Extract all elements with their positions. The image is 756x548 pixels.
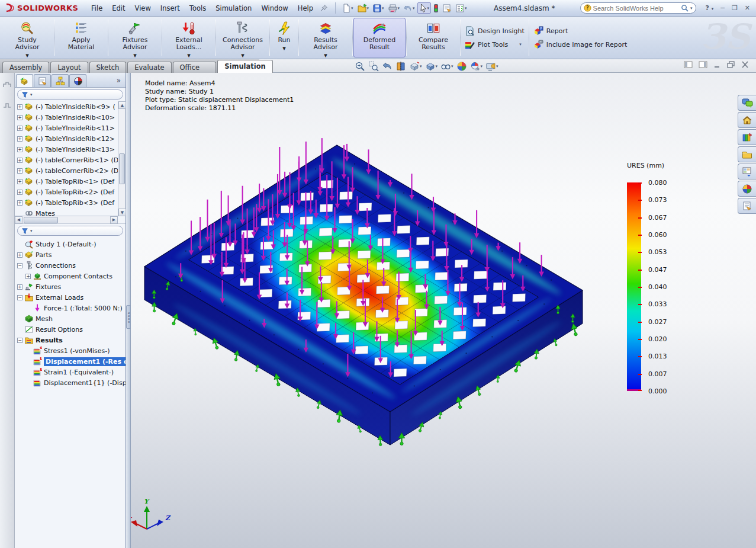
task-pane-custom-properties[interactable] (738, 198, 756, 214)
scroll-thumb[interactable] (119, 153, 125, 184)
ribbon-button-run[interactable]: Run▾ (271, 18, 298, 57)
feature-tree-item[interactable]: Mates (15, 208, 118, 216)
minimize-document-button[interactable] (713, 61, 721, 70)
search-input[interactable] (593, 5, 679, 12)
study-tree-item[interactable]: Displacement1{1} (-Disp (15, 377, 126, 388)
filter-caret[interactable]: ▾ (30, 92, 33, 97)
section-view-button[interactable] (395, 61, 407, 72)
feature-tree-item[interactable]: +(-) TableTopRib<1> (Def (15, 176, 118, 187)
tree-expander[interactable]: + (17, 200, 22, 206)
tree-expander[interactable]: − (17, 338, 22, 343)
tab-evaluate[interactable]: Evaluate (127, 62, 171, 73)
zoom-fit-button[interactable] (354, 61, 366, 72)
scroll-down-button[interactable]: ▼ (118, 209, 126, 216)
ribbon-button-report[interactable]: PReport (533, 26, 628, 36)
task-pane-appearances-scenes[interactable] (738, 181, 756, 197)
task-pane-view-palette[interactable] (738, 164, 756, 180)
study-tree-item[interactable]: +Component Contacts (15, 271, 126, 281)
scroll-right-button[interactable]: ▶ (110, 216, 118, 224)
tree-expander[interactable]: − (17, 263, 22, 268)
menu-simulation[interactable]: Simulation (211, 1, 256, 16)
feature-tree-item[interactable]: +(-) TableYInsideRib<11> (15, 123, 118, 133)
ribbon-button-study-advisor[interactable]: Study Advisor▾ (1, 18, 53, 57)
feature-tree-horizontal-scrollbar[interactable]: ◀ ▶ (15, 216, 118, 223)
tab-layout[interactable]: Layout (50, 62, 88, 73)
display-style-button[interactable]: ▾ (424, 61, 439, 72)
menu-file[interactable]: File (86, 1, 107, 16)
feature-tree-item[interactable]: +(-) TableYInsideRib<13> (15, 144, 118, 155)
scroll-thumb[interactable] (24, 217, 58, 223)
help-button[interactable]: ? ▾ (706, 4, 714, 12)
scroll-left-button[interactable]: ◀ (15, 216, 22, 224)
undo-button[interactable]: ▾ (402, 3, 416, 14)
help-search[interactable]: ? ▾ (580, 2, 696, 14)
open-button[interactable]: ▾ (356, 3, 371, 14)
tree-expander[interactable]: + (17, 104, 22, 110)
tree-expander[interactable]: + (17, 115, 22, 120)
study-tree-item[interactable]: Mesh (15, 313, 126, 324)
feature-tree-item[interactable]: +(-) tableCornerRib<2> (D (15, 165, 118, 176)
ribbon-button-connections-advisor[interactable]: Connections Advisor▾ (217, 18, 269, 57)
menu-window[interactable]: Window (256, 1, 292, 16)
study-tree-filter[interactable]: ▾ (17, 226, 123, 236)
tree-expander[interactable]: + (17, 284, 22, 290)
ribbon-button-results-advisor[interactable]: Results Advisor▾ (300, 18, 352, 57)
camera-view-button[interactable]: ▾ (485, 61, 499, 72)
study-tree-item[interactable]: −Results (15, 335, 126, 345)
previous-view-button[interactable] (381, 61, 393, 72)
tree-expander[interactable]: + (17, 126, 22, 131)
ribbon-button-apply-material[interactable]: Apply Material (55, 18, 107, 57)
pane-right-button[interactable] (699, 61, 707, 70)
close-button[interactable]: ✕ (745, 4, 750, 12)
tree-expander[interactable]: + (17, 252, 22, 258)
menu-insert[interactable]: Insert (156, 1, 185, 16)
tree-expander[interactable]: + (17, 147, 22, 152)
study-tree-item[interactable]: −Connections (15, 260, 126, 271)
tree-expander[interactable]: + (17, 190, 22, 195)
study-tree-item[interactable]: +Fixtures (15, 281, 126, 292)
sketch-tool-button[interactable] (2, 101, 12, 112)
hide-show-items-button[interactable]: ▾ (440, 61, 454, 72)
restore-button[interactable]: ❐ (732, 4, 738, 12)
tree-expander[interactable]: + (17, 179, 22, 184)
menu-view[interactable]: View (130, 1, 156, 16)
task-pane-home[interactable] (738, 112, 756, 128)
pane-left-button[interactable] (684, 61, 693, 70)
tab-feature-manager[interactable] (16, 74, 33, 87)
tab-simulation[interactable]: Simulation (217, 60, 273, 73)
feature-tree-filter[interactable]: ▾ (17, 89, 123, 100)
graphics-viewport[interactable]: XYZ Model name: Assem4Study name: Study … (131, 73, 756, 548)
design-checker-button[interactable]: ▾ (454, 3, 468, 14)
study-tree-item[interactable]: Force-1 (:Total: 5000 N:) (15, 303, 126, 313)
select-button[interactable]: ▾ (417, 2, 432, 14)
tree-expander[interactable]: + (17, 158, 22, 163)
restore-document-button[interactable] (727, 61, 735, 70)
feature-tree-vertical-scrollbar[interactable]: ▲ ▼ (118, 101, 126, 216)
tab-sketch[interactable]: Sketch (89, 62, 127, 73)
file-properties-button[interactable] (441, 3, 453, 14)
new-document-button[interactable]: ▾ (340, 3, 355, 14)
study-tree-item[interactable]: +Parts (15, 249, 126, 260)
task-pane-file-explorer[interactable] (738, 146, 756, 162)
tree-expander[interactable]: + (25, 274, 31, 279)
ribbon-button-compare-results[interactable]: Compare Results (407, 18, 459, 57)
feature-tree-item[interactable]: +(-) TableYInsideRib<12> (15, 133, 118, 144)
tab-office-products[interactable]: Office Products (173, 62, 217, 73)
menu-edit[interactable]: Edit (107, 1, 130, 16)
ribbon-button-deformed-result[interactable]: Deformed Result (353, 18, 406, 57)
study-tree-item[interactable]: σStress1 (-vonMises-) (15, 345, 126, 356)
ribbon-button-include-image-for-report[interactable]: Include Image for Report (533, 40, 628, 50)
task-pane-design-library[interactable] (738, 129, 756, 145)
study-tree-item[interactable]: Result Options (15, 324, 126, 335)
tab-configuration-manager[interactable] (52, 74, 69, 87)
print-button[interactable]: ▾ (387, 3, 401, 14)
feature-tree-item[interactable]: +(-) TableYInsideRib<9> ( (15, 101, 118, 112)
feature-tree-item[interactable]: +(-) TableTopRib<2> (Def (15, 187, 118, 197)
save-button[interactable]: ▾ (371, 3, 385, 14)
close-document-button[interactable] (741, 61, 749, 70)
tree-expander[interactable]: + (17, 168, 22, 174)
view-orientation-button[interactable]: ▾ (408, 61, 423, 72)
task-pane-comments[interactable] (738, 95, 756, 111)
pushpin-icon[interactable] (320, 4, 328, 12)
feature-tree-item[interactable]: +(-) tableCornerRib<1> (D (15, 155, 118, 165)
